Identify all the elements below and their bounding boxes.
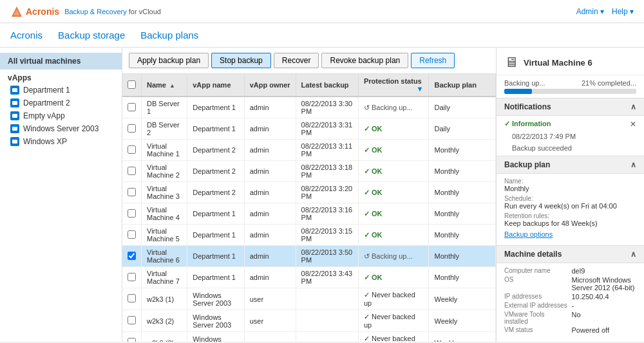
row-checkbox-cell[interactable] [122,288,142,310]
row-checkbox[interactable] [128,294,136,302]
row-latest: 08/22/2013 3:50 PM [296,246,358,267]
notif-close-button[interactable]: ✕ [630,120,636,129]
row-checkbox-cell[interactable] [122,182,142,203]
row-status: OK [358,140,429,161]
row-latest [296,310,358,332]
table-row[interactable]: Virtual Machine 4 Department 1 admin 08/… [122,203,496,225]
header-right: Admin ▾ Help ▾ [576,7,634,16]
machine-details-chevron: ∧ [630,250,636,259]
plan-schedule-value: Run every 4 week(s) on Fri at 04:00 [504,202,636,210]
revoke-backup-plan-button[interactable]: Revoke backup plan [321,53,408,68]
row-checkbox[interactable] [128,167,136,175]
sidebar-item-empty-vapp[interactable]: Empty vApp [0,109,122,122]
row-checkbox-cell[interactable] [122,267,142,288]
nav-backup-plans[interactable]: Backup plans [140,23,198,47]
row-checkbox-cell[interactable] [122,225,142,246]
recover-button[interactable]: Recover [274,53,319,68]
nav-backup-storage[interactable]: Backup storage [58,23,125,47]
select-all-checkbox[interactable] [128,80,136,89]
row-checkbox[interactable] [128,230,136,239]
sidebar-item-dept1[interactable]: Department 1 [0,84,122,97]
filter-icon[interactable]: ▼ [417,85,424,93]
row-checkbox[interactable] [128,209,136,218]
sidebar-all-vms[interactable]: All virtual machines [0,53,122,70]
row-checkbox-cell[interactable] [122,246,142,267]
row-plan: Weekly [429,332,496,342]
row-plan: Monthly [429,140,496,161]
status-ok: OK [364,273,383,281]
status-never: ✓ Never backed up [364,291,415,307]
row-status: Backing up... [358,246,429,267]
product-name: Backup & Recovery for vCloud [64,8,161,15]
nav-acronis[interactable]: Acronis [10,23,43,47]
row-name: Virtual Machine 6 [142,246,187,267]
vm-status-value: Powered off [572,326,637,334]
plan-options-row[interactable]: Backup options [504,230,636,239]
row-checkbox-cell[interactable] [122,310,142,332]
status-never: ✓ Never backed up [364,335,415,342]
sidebar-item-winxp[interactable]: Windows XP [0,135,122,148]
table-row[interactable]: w2k3 (2) Windows Server 2003 user ✓ Neve… [122,310,496,332]
notifications-section-header[interactable]: Notifications ∧ [497,98,644,116]
table-row[interactable]: Virtual Machine 6 Department 1 admin 08/… [122,246,496,267]
row-checkbox[interactable] [128,338,136,342]
table-row[interactable]: Virtual Machine 5 Department 1 admin 08/… [122,225,496,246]
col-checkbox[interactable] [122,74,142,97]
row-checkbox[interactable] [128,103,136,111]
vmtools-value: No [572,311,637,325]
table-row[interactable]: Virtual Machine 2 Department 2 admin 08/… [122,161,496,182]
machine-details-section-header[interactable]: Machine details ∧ [497,245,644,263]
row-checkbox[interactable] [128,273,136,281]
col-name[interactable]: Name ▲ [142,74,187,97]
table-row[interactable]: DB Server 2 Department 1 admin 08/22/201… [122,118,496,140]
row-checkbox-cell[interactable] [122,97,142,118]
status-ok: OK [364,210,383,218]
refresh-button[interactable]: Refresh [411,53,455,68]
row-checkbox[interactable] [128,252,136,260]
row-latest [296,332,358,342]
apply-backup-plan-button[interactable]: Apply backup plan [129,53,209,68]
row-status: OK [358,182,429,203]
table-row[interactable]: Virtual Machine 1 Department 2 admin 08/… [122,140,496,161]
table-row[interactable]: Virtual Machine 3 Department 2 admin 08/… [122,182,496,203]
ip-value: 10.250.40.4 [572,293,637,301]
row-plan: Monthly [429,203,496,225]
ext-ip-value: - [572,302,637,310]
table-row[interactable]: Virtual Machine 7 Department 1 admin 08/… [122,267,496,288]
row-checkbox[interactable] [128,188,136,196]
row-checkbox-cell[interactable] [122,161,142,182]
row-checkbox-cell[interactable] [122,332,142,342]
table-row[interactable]: DB Server 1 Department 1 admin 08/22/201… [122,97,496,118]
col-plan[interactable]: Backup plan [429,74,496,97]
sidebar-item-win2003[interactable]: Windows Server 2003 [0,122,122,135]
table-row[interactable]: w2k3 (1) Windows Server 2003 user ✓ Neve… [122,288,496,310]
row-vapp: Windows Server 2003 [187,288,244,310]
row-vapp: Department 2 [187,140,244,161]
logo: Acronis [10,5,59,18]
row-checkbox[interactable] [128,145,136,154]
row-latest: 08/22/2013 3:11 PM [296,140,358,161]
admin-menu[interactable]: Admin ▾ [576,7,604,16]
row-checkbox-cell[interactable] [122,140,142,161]
status-ok: OK [364,146,383,154]
col-owner[interactable]: vApp owner [244,74,296,97]
col-latest[interactable]: Latest backup [296,74,358,97]
row-checkbox[interactable] [128,124,136,133]
backup-options-link[interactable]: Backup options [504,230,553,238]
row-checkbox-cell[interactable] [122,118,142,140]
row-checkbox[interactable] [128,316,136,324]
row-vapp: Department 1 [187,97,244,118]
table-row[interactable]: w2k3 (3) Windows Server 2003 user ✓ Neve… [122,332,496,342]
row-checkbox-cell[interactable] [122,203,142,225]
col-vapp[interactable]: vApp name [187,74,244,97]
help-menu[interactable]: Help ▾ [612,7,634,16]
row-plan: Monthly [429,161,496,182]
col-status[interactable]: Protection status ▼ [358,74,429,97]
backup-plan-section-header[interactable]: Backup plan ∧ [497,156,644,174]
vm-table-body: DB Server 1 Department 1 admin 08/22/201… [122,97,496,342]
sidebar-label-dept1: Department 1 [23,86,70,95]
notifications-chevron: ∧ [630,102,636,111]
stop-backup-button[interactable]: Stop backup [211,53,271,68]
sidebar-item-dept2[interactable]: Department 2 [0,97,122,109]
status-ok: OK [364,167,383,175]
